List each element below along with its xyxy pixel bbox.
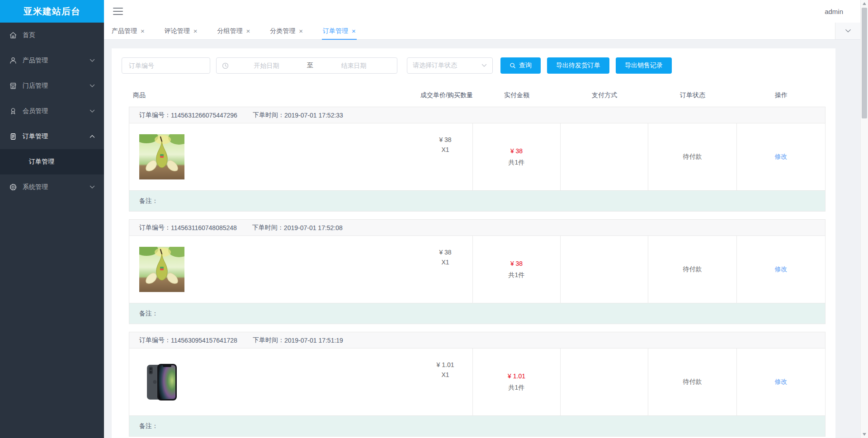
items-count: 共1件 xyxy=(509,271,525,279)
order-time-label: 下单时间： xyxy=(253,111,284,119)
order-management-panel: 至 请选择订单状态 查询 导出待发货订单 导出销售记录 商品 xyxy=(112,48,835,438)
gear-icon xyxy=(9,183,17,191)
scrollbar-down-arrow-icon[interactable] xyxy=(863,433,866,436)
quantity: X1 xyxy=(418,145,472,155)
start-date-input[interactable] xyxy=(229,62,304,69)
sidebar-item-home[interactable]: 首页 xyxy=(0,23,104,48)
tab-list-dropdown[interactable] xyxy=(835,23,860,39)
hamburger-menu-icon[interactable] xyxy=(113,8,123,15)
order-icon xyxy=(9,132,17,141)
unit-price: ¥ 38 xyxy=(418,135,472,145)
date-range-picker[interactable]: 至 xyxy=(216,57,397,74)
order-head: 订单编号：1145631266075447296 下单时间：2019-07-01… xyxy=(129,107,825,123)
close-icon[interactable]: × xyxy=(141,28,145,34)
order-card: 订单编号：1145630954157641728 下单时间：2019-07-01… xyxy=(129,332,826,437)
sidebar-subitem-orders[interactable]: 订单管理 xyxy=(0,149,104,174)
paid-amount: ¥ 1.01 xyxy=(508,372,525,380)
tab-orders[interactable]: 订单管理 × xyxy=(322,23,357,39)
order-no: 1145631266075447296 xyxy=(171,112,237,119)
col-header-unit-price-qty: 成交单价/购买数量 xyxy=(420,91,473,99)
paid-amount: ¥ 38 xyxy=(510,147,523,155)
tab-groups[interactable]: 分组管理 × xyxy=(217,23,251,39)
vertical-scrollbar[interactable] xyxy=(860,0,868,438)
col-header-product: 商品 xyxy=(133,91,146,99)
order-no-label: 订单编号： xyxy=(139,336,171,344)
export-sales-records-button[interactable]: 导出销售记录 xyxy=(616,57,672,74)
sidebar: 亚米建站后台 首页 产品管理 门店管理 会员管理 xyxy=(0,0,104,438)
close-icon[interactable]: × xyxy=(246,28,250,34)
select-placeholder: 请选择订单状态 xyxy=(413,61,457,70)
tab-categories[interactable]: 分类管理 × xyxy=(269,23,304,39)
unit-price: ¥ 38 xyxy=(418,247,472,257)
order-remark-row: 备注： xyxy=(129,303,825,324)
end-date-input[interactable] xyxy=(316,62,392,69)
tab-label: 评论管理 xyxy=(165,27,190,35)
order-remark-row: 备注： xyxy=(129,415,825,436)
edit-order-link[interactable]: 修改 xyxy=(775,153,788,161)
close-icon[interactable]: × xyxy=(352,28,356,34)
scrollbar-thumb[interactable] xyxy=(862,8,867,118)
sidebar-item-label: 系统管理 xyxy=(23,183,48,191)
sidebar-item-system[interactable]: 系统管理 xyxy=(0,174,104,200)
sidebar-item-label: 会员管理 xyxy=(23,107,48,115)
tab-label: 分类管理 xyxy=(270,27,295,35)
export-pending-orders-button[interactable]: 导出待发货订单 xyxy=(547,57,609,74)
tab-products[interactable]: 产品管理 × xyxy=(111,23,146,39)
close-icon[interactable]: × xyxy=(299,28,303,34)
remark-label: 备注： xyxy=(139,422,158,430)
close-icon[interactable]: × xyxy=(193,28,198,34)
sidebar-item-members[interactable]: 会员管理 xyxy=(0,99,104,124)
col-header-order-status: 订单状态 xyxy=(648,91,737,99)
search-button[interactable]: 查询 xyxy=(500,57,541,74)
order-head: 订单编号：1145631160748085248 下单时间：2019-07-01… xyxy=(129,220,825,236)
col-header-payment-method: 支付方式 xyxy=(561,91,648,99)
chevron-down-icon xyxy=(481,64,487,67)
sidebar-item-label: 首页 xyxy=(23,31,35,39)
tab-label: 产品管理 xyxy=(112,27,137,35)
order-row: ¥ 38 X1 ¥ 38 共1件 待付款 修改 xyxy=(129,123,825,190)
order-time: 2019-07-01 17:52:33 xyxy=(284,112,343,119)
edit-order-link[interactable]: 修改 xyxy=(775,378,788,386)
order-no-label: 订单编号： xyxy=(139,111,171,119)
app-logo: 亚米建站后台 xyxy=(0,0,104,23)
quantity: X1 xyxy=(418,257,472,267)
sidebar-item-label: 订单管理 xyxy=(23,132,48,141)
top-header: admin xyxy=(104,0,868,23)
order-time-label: 下单时间： xyxy=(253,336,284,344)
product-icon xyxy=(9,57,17,65)
sidebar-item-products[interactable]: 产品管理 xyxy=(0,48,104,73)
order-head: 订单编号：1145630954157641728 下单时间：2019-07-01… xyxy=(129,332,825,349)
order-time-label: 下单时间： xyxy=(252,224,284,232)
product-image-iphone xyxy=(139,359,184,405)
payment-method xyxy=(560,123,648,190)
table-header-row: 商品 成交单价/购买数量 实付金额 支付方式 订单状态 操作 xyxy=(129,89,826,102)
date-separator: 至 xyxy=(304,61,316,70)
sidebar-item-stores[interactable]: 门店管理 xyxy=(0,73,104,99)
chevron-down-icon xyxy=(90,84,95,88)
col-header-actions: 操作 xyxy=(737,91,826,99)
order-no: 1145630954157641728 xyxy=(171,337,237,344)
sidebar-item-orders[interactable]: 订单管理 xyxy=(0,124,104,149)
order-no: 1145631160748085248 xyxy=(171,224,237,231)
filter-bar: 至 请选择订单状态 查询 导出待发货订单 导出销售记录 xyxy=(122,57,826,74)
order-no-input[interactable] xyxy=(122,57,210,74)
remark-label: 备注： xyxy=(139,197,158,205)
chevron-down-icon xyxy=(90,109,95,113)
product-image-pear xyxy=(139,134,184,179)
orders-table: 商品 成交单价/购买数量 实付金额 支付方式 订单状态 操作 订单编号：1145… xyxy=(129,89,826,437)
app-window: 亚米建站后台 首页 产品管理 门店管理 会员管理 xyxy=(0,0,868,438)
sidebar-menu: 首页 产品管理 门店管理 会员管理 订单管理 xyxy=(0,23,104,200)
sidebar-subitem-label: 订单管理 xyxy=(29,158,54,166)
export-pending-label: 导出待发货订单 xyxy=(556,61,600,70)
order-status-select[interactable]: 请选择订单状态 xyxy=(407,57,493,74)
tab-comments[interactable]: 评论管理 × xyxy=(164,23,198,39)
unit-price: ¥ 1.01 xyxy=(418,360,472,370)
items-count: 共1件 xyxy=(509,159,525,167)
scrollbar-up-arrow-icon[interactable] xyxy=(863,2,866,5)
items-count: 共1件 xyxy=(509,384,525,392)
user-name[interactable]: admin xyxy=(825,8,843,15)
order-time: 2019-07-01 17:51:19 xyxy=(284,337,343,344)
col-header-paid-amount: 实付金额 xyxy=(473,91,561,99)
edit-order-link[interactable]: 修改 xyxy=(775,265,788,273)
order-card: 订单编号：1145631266075447296 下单时间：2019-07-01… xyxy=(129,107,826,212)
